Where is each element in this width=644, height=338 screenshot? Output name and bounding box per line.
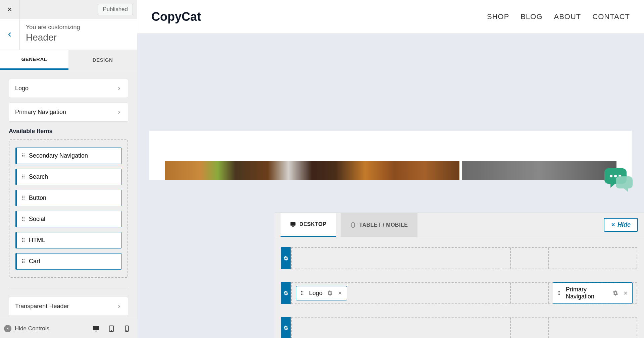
row-settings-button[interactable]: [281, 317, 291, 338]
nav-link-contact[interactable]: CONTACT: [592, 12, 630, 21]
item-label: Button: [29, 194, 46, 202]
panel-body: Logo Primary Navigation Available Items …: [0, 70, 137, 319]
option-label: Primary Navigation: [15, 109, 66, 116]
row-settings-button[interactable]: [281, 247, 291, 269]
nav-link-shop[interactable]: SHOP: [487, 12, 509, 21]
row-zones[interactable]: ⠿ Logo ⠿ Primary Navigation: [291, 282, 637, 304]
panel-title: Header: [26, 32, 80, 43]
desktop-icon[interactable]: [92, 325, 100, 332]
zone-right[interactable]: [549, 248, 637, 269]
drag-handle-icon: ⠿: [21, 239, 26, 242]
gear-icon: [327, 290, 333, 296]
builder-tab-tablet-mobile[interactable]: TABLET / MOBILE: [341, 213, 417, 237]
placed-label: Primary Navigation: [566, 286, 608, 300]
option-logo[interactable]: Logo: [9, 79, 128, 98]
gear-icon: [613, 290, 618, 296]
available-item-html[interactable]: ⠿HTML: [15, 232, 121, 248]
chevron-right-icon: [116, 86, 122, 91]
available-items-heading: Available Items: [9, 128, 128, 135]
hide-controls-button[interactable]: Hide Controls: [4, 325, 49, 332]
available-item-cart[interactable]: ⠿Cart: [15, 253, 121, 270]
site-logo[interactable]: CopyCat: [151, 10, 201, 24]
sidebar-header: You are customizing Header: [0, 19, 137, 50]
zone-center[interactable]: [511, 248, 549, 269]
item-settings-button[interactable]: [613, 290, 618, 296]
drag-handle-icon: ⠿: [21, 218, 26, 221]
hide-controls-label: Hide Controls: [15, 325, 49, 332]
nav-link-about[interactable]: ABOUT: [554, 12, 581, 21]
gear-icon: [284, 326, 288, 330]
svg-point-5: [127, 330, 127, 331]
chevron-left-icon: [6, 31, 13, 38]
builder-tabs: DESKTOP TABLET / MOBILE × Hide: [275, 213, 644, 237]
site-preview: CopyCat SHOP BLOG ABOUT CONTACT: [137, 0, 644, 338]
builder-tab-desktop[interactable]: DESKTOP: [281, 213, 336, 237]
close-icon: [7, 6, 13, 12]
available-item-secondary-navigation[interactable]: ⠿Secondary Navigation: [15, 148, 121, 164]
builder-row-main: ⠿ Logo ⠿ Primary Navigation: [281, 282, 637, 304]
item-label: Search: [29, 173, 48, 180]
zone-center[interactable]: [511, 318, 549, 338]
drag-handle-icon: ⠿: [21, 175, 26, 178]
hero-image-right: [462, 161, 616, 180]
builder-row-top: [281, 247, 637, 269]
item-remove-button[interactable]: [337, 290, 343, 296]
published-status-button[interactable]: Published: [98, 4, 133, 15]
desktop-icon: [290, 221, 296, 227]
tablet-icon[interactable]: [108, 325, 115, 332]
publish-area: Published: [20, 0, 137, 19]
zone-left[interactable]: [292, 248, 511, 269]
available-item-social[interactable]: ⠿Social: [15, 211, 121, 227]
back-button[interactable]: [0, 19, 20, 50]
option-label: Transparent Header: [15, 303, 69, 310]
mobile-icon: [350, 222, 356, 228]
site-primary-nav: SHOP BLOG ABOUT CONTACT: [487, 12, 630, 21]
option-label: Logo: [15, 85, 29, 92]
zone-left[interactable]: ⠿ Logo: [292, 283, 511, 303]
svg-rect-12: [292, 226, 294, 227]
nav-link-blog[interactable]: BLOG: [521, 12, 542, 21]
item-settings-button[interactable]: [327, 290, 333, 296]
panel-tabs: GENERAL DESIGN: [0, 50, 137, 70]
close-customizer-button[interactable]: [0, 0, 20, 19]
available-item-button[interactable]: ⠿Button: [15, 190, 121, 206]
chat-widget[interactable]: [604, 168, 634, 192]
item-label: Social: [29, 216, 45, 223]
hero-image-left: [165, 161, 459, 180]
content-wrap: [137, 131, 644, 180]
tab-general[interactable]: GENERAL: [0, 50, 68, 70]
drag-handle-icon: ⠿: [21, 196, 26, 200]
available-items-box: ⠿Secondary Navigation ⠿Search ⠿Button ⠿S…: [9, 139, 128, 278]
row-zones[interactable]: [291, 247, 637, 269]
available-item-search[interactable]: ⠿Search: [15, 169, 121, 185]
tab-design[interactable]: DESIGN: [68, 50, 137, 70]
item-label: HTML: [29, 237, 45, 244]
site-header: CopyCat SHOP BLOG ABOUT CONTACT: [137, 0, 644, 34]
hide-builder-button[interactable]: × Hide: [604, 218, 638, 232]
placed-item-logo[interactable]: ⠿ Logo: [296, 286, 347, 300]
option-primary-navigation[interactable]: Primary Navigation: [9, 103, 128, 122]
zone-left[interactable]: [292, 318, 511, 338]
sidebar-footer: Hide Controls: [0, 319, 137, 338]
placed-label: Logo: [309, 290, 323, 297]
mobile-icon[interactable]: [123, 325, 131, 332]
svg-rect-11: [291, 222, 296, 226]
panel-title-box: You are customizing Header: [20, 19, 86, 50]
zone-right[interactable]: ⠿ Primary Navigation: [549, 283, 637, 303]
row-settings-button[interactable]: [281, 282, 291, 304]
item-remove-button[interactable]: [623, 290, 628, 296]
customizer-sidebar: Published You are customizing Header GEN…: [0, 0, 137, 319]
placed-item-primary-navigation[interactable]: ⠿ Primary Navigation: [553, 282, 633, 304]
row-zones[interactable]: [291, 317, 637, 338]
builder-tab-label: TABLET / MOBILE: [359, 222, 408, 228]
chevron-right-icon: [116, 304, 122, 309]
drag-handle-icon: ⠿: [21, 154, 26, 157]
hide-label: Hide: [617, 221, 631, 228]
option-transparent-header[interactable]: Transparent Header: [9, 297, 128, 316]
content-inner: [149, 131, 632, 180]
divider: [9, 288, 128, 288]
zone-center[interactable]: [511, 283, 549, 303]
close-icon: [623, 290, 628, 296]
zone-right[interactable]: [549, 318, 637, 338]
header-builder: DESKTOP TABLET / MOBILE × Hide: [275, 213, 644, 338]
